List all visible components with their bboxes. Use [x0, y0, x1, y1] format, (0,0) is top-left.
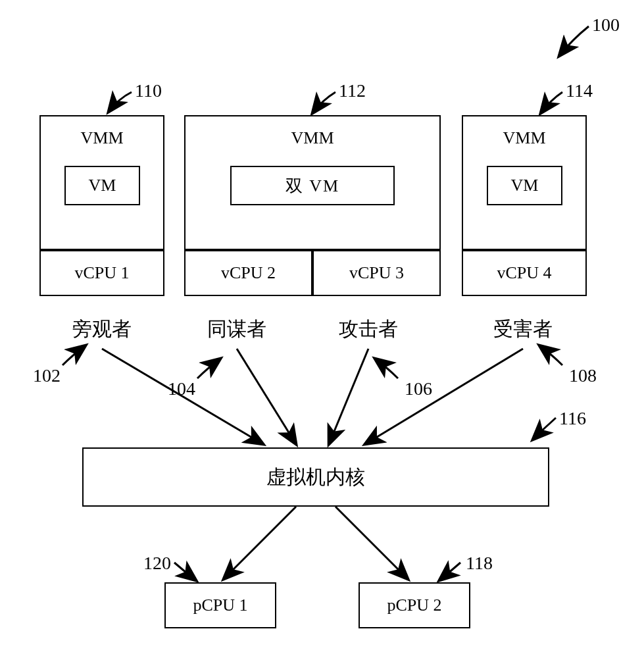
- pcpu2-box: pCPU 2: [359, 582, 470, 628]
- svg-line-2: [329, 349, 368, 444]
- vcpu2-label: vCPU 2: [221, 263, 276, 283]
- pcpu1-label: pCPU 1: [193, 595, 247, 615]
- ref-120: 120: [143, 553, 171, 574]
- ref-118: 118: [466, 553, 493, 574]
- ref-106: 106: [405, 378, 432, 399]
- vcpu3-box: vCPU 3: [312, 250, 441, 296]
- svg-line-1: [237, 349, 296, 444]
- ref-102: 102: [33, 365, 61, 386]
- svg-line-5: [335, 507, 408, 579]
- vmm1-inner-label: VM: [89, 176, 116, 195]
- ref-108: 108: [569, 365, 597, 386]
- vcpu4-label: vCPU 4: [497, 263, 551, 283]
- vcpu2-box: vCPU 2: [184, 250, 312, 296]
- pcpu1-box: pCPU 1: [164, 582, 276, 628]
- vcpu1-box: vCPU 1: [39, 250, 164, 296]
- ref-100: 100: [592, 14, 620, 36]
- vmm2-inner: 双 VM: [230, 166, 395, 205]
- vmm3-title: VMM: [503, 128, 545, 148]
- pcpu2-label: pCPU 2: [387, 595, 441, 615]
- ref-104: 104: [168, 378, 195, 399]
- vmm2-title: VMM: [291, 128, 334, 148]
- ref-114: 114: [566, 80, 593, 101]
- vmm3-inner: VM: [487, 166, 562, 205]
- vmm2-inner-label: 双 VM: [285, 174, 339, 197]
- role-bystander: 旁观者: [72, 316, 132, 343]
- vcpu3-label: vCPU 3: [349, 263, 404, 283]
- vcpu4-box: vCPU 4: [462, 250, 587, 296]
- ref-112: 112: [339, 80, 366, 101]
- role-conspirator: 同谋者: [207, 316, 266, 343]
- vmm3-inner-label: VM: [511, 176, 539, 195]
- ref-116: 116: [559, 408, 586, 429]
- role-victim: 受害者: [493, 316, 553, 343]
- svg-line-4: [224, 507, 296, 579]
- kernel-box: 虚拟机内核: [82, 447, 549, 507]
- vmm1-inner: VM: [64, 166, 140, 205]
- kernel-label: 虚拟机内核: [266, 464, 365, 491]
- vmm1-title: VMM: [80, 128, 123, 148]
- svg-line-3: [365, 349, 523, 444]
- ref-110: 110: [135, 80, 162, 101]
- role-attacker: 攻击者: [339, 316, 398, 343]
- vcpu1-label: vCPU 1: [74, 263, 129, 283]
